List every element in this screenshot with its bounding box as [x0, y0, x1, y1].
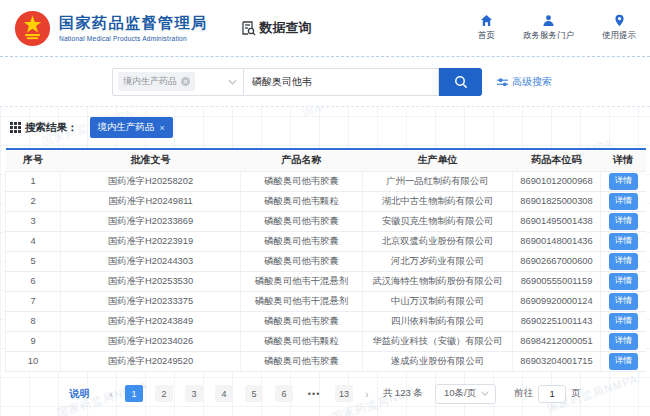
category-tag-label: 境内生产药品	[123, 75, 177, 88]
org-name-en: National Medical Products Administration	[59, 35, 208, 42]
table-row: 4国药准字H20223919 磷酸奥司他韦胶囊北京双鹭药业股份有限公司 8690…	[6, 231, 646, 251]
pages-ellipsis[interactable]: •••	[305, 385, 323, 402]
results-table: 序号 批准文号 产品名称 生产单位 药品本位码 详情 1国药准字H2025820…	[5, 148, 646, 372]
nav-usage-tips-label: 使用提示	[602, 30, 636, 42]
page-size-value: 10条/页	[444, 387, 476, 400]
filter-tag-label: 境内生产药品	[98, 121, 155, 134]
page-size-select[interactable]: 10条/页	[435, 384, 496, 404]
goto-suffix: 页	[571, 387, 581, 400]
search-icon	[454, 75, 468, 89]
prev-page-button[interactable]: ‹	[109, 388, 113, 400]
page-button-4[interactable]: 4	[215, 385, 233, 402]
col-approval-number: 批准文号	[61, 149, 241, 171]
search-input-wrapper	[244, 68, 439, 96]
home-icon	[480, 14, 493, 27]
national-emblem-logo	[14, 10, 51, 47]
table-row: 5国药准字H20244303 磷酸奥司他韦胶囊河北万岁药业有限公司 869026…	[6, 251, 646, 271]
search-button[interactable]	[439, 68, 482, 96]
results-bar: 搜索结果： 境内生产药品 ×	[0, 107, 650, 148]
brand: 国家药品监督管理局 National Medical Products Admi…	[59, 14, 208, 42]
user-icon	[542, 14, 555, 27]
table-row: 3国药准字H20233869 磷酸奥司他韦胶囊安徽贝克生物制药有限公司 8690…	[6, 211, 646, 231]
sliders-icon	[497, 77, 508, 87]
top-nav: 首页 政务服务门户 使用提示	[450, 14, 636, 42]
table-header-row: 序号 批准文号 产品名称 生产单位 药品本位码 详情	[6, 149, 646, 171]
filter-tag[interactable]: 境内生产药品 ×	[90, 117, 173, 138]
search-input[interactable]	[244, 69, 438, 95]
page-button-13[interactable]: 13	[335, 385, 353, 402]
page-button-2[interactable]: 2	[155, 385, 173, 402]
detail-button[interactable]: 详情	[609, 313, 638, 330]
table-row: 2国药准字H20249811 磷酸奥司他韦颗粒湖北中古生物制药有限公司 8690…	[6, 191, 646, 211]
note-link[interactable]: 说明	[69, 387, 89, 401]
next-page-button[interactable]: ›	[365, 388, 369, 400]
table-row: 1国药准字H20258202 磷酸奥司他韦胶囊广州一品红制药有限公司 86901…	[6, 171, 646, 191]
detail-button[interactable]: 详情	[609, 173, 638, 190]
advanced-search-label: 高级搜索	[512, 75, 552, 89]
advanced-search-link[interactable]: 高级搜索	[497, 75, 552, 89]
table-row: 8国药准字H20243849 磷酸奥司他韦胶囊四川依科制药有限公司 869022…	[6, 311, 646, 331]
page-button-5[interactable]: 5	[245, 385, 263, 402]
col-drug-code: 药品本位码	[513, 149, 601, 171]
nav-service-portal-label: 政务服务门户	[523, 30, 574, 42]
tag-remove-icon[interactable]	[181, 77, 190, 86]
nav-home[interactable]: 首页	[478, 14, 495, 42]
detail-button[interactable]: 详情	[609, 353, 638, 370]
search-section: 境内生产药品 高级搜索	[0, 57, 650, 107]
nav-service-portal[interactable]: 政务服务门户	[523, 14, 574, 42]
table-row: 9国药准字H20234026 磷酸奥司他韦颗粒华益药业科技（安徽）有限公司 86…	[6, 331, 646, 351]
page-button-3[interactable]: 3	[185, 385, 203, 402]
table-row: 7国药准字H20233375 磷酸奥司他韦干混悬剂中山万汉制药有限公司 8690…	[6, 291, 646, 311]
data-query-icon	[240, 20, 256, 36]
col-index: 序号	[6, 149, 61, 171]
detail-button[interactable]: 详情	[609, 253, 638, 270]
site-header: 国家药品监督管理局 National Medical Products Admi…	[0, 0, 650, 57]
detail-button[interactable]: 详情	[609, 333, 638, 350]
detail-button[interactable]: 详情	[609, 213, 638, 230]
chevron-down-icon	[228, 79, 237, 85]
col-detail: 详情	[601, 149, 646, 171]
goto-prefix: 前往	[514, 387, 533, 400]
goto-page-input[interactable]	[538, 385, 566, 403]
nav-home-label: 首页	[478, 30, 495, 42]
nav-usage-tips[interactable]: 使用提示	[602, 14, 636, 42]
page-button-1[interactable]: 1	[125, 385, 143, 402]
grid-icon	[10, 122, 21, 133]
detail-button[interactable]: 详情	[609, 293, 638, 310]
col-product-name: 产品名称	[241, 149, 363, 171]
chevron-down-icon	[481, 391, 489, 396]
table-row: 10国药准字H20249520 磷酸奥司他韦胶囊遂成药业股份有限公司 86903…	[6, 351, 646, 371]
results-label: 搜索结果：	[25, 121, 78, 135]
col-manufacturer: 生产单位	[363, 149, 513, 171]
detail-button[interactable]: 详情	[609, 273, 638, 290]
org-name-cn: 国家药品监督管理局	[59, 14, 208, 33]
goto-page: 前往 页	[514, 385, 581, 403]
app-title: 数据查询	[240, 19, 312, 37]
detail-button[interactable]: 详情	[609, 193, 638, 210]
total-count: 共 123 条	[383, 387, 423, 400]
pin-icon	[613, 14, 626, 27]
close-icon[interactable]: ×	[160, 123, 165, 133]
category-select[interactable]: 境内生产药品	[112, 68, 244, 96]
category-tag: 境内生产药品	[118, 72, 195, 91]
detail-button[interactable]: 详情	[609, 233, 638, 250]
page-button-6[interactable]: 6	[275, 385, 293, 402]
pagination-bar: 说明 ‹ 1 2 3 4 5 6 ••• 13 › 共 123 条 10条/页 …	[0, 372, 650, 416]
table-row: 6国药准字H20253530 磷酸奥司他韦干混悬剂武汉海特生物制药股份有限公司 …	[6, 271, 646, 291]
